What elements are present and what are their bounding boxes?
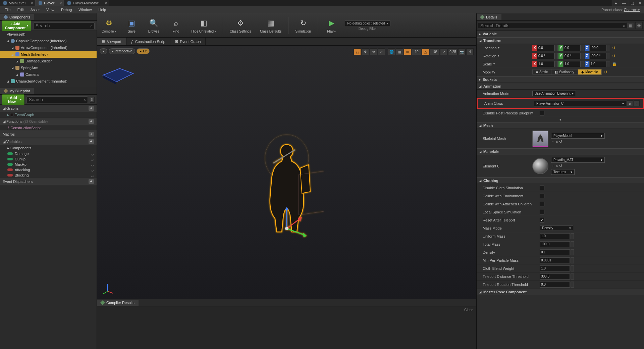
simulation-button[interactable]: ↻Simulation [293,17,313,34]
translate-tool[interactable]: ✥ [362,48,369,55]
minimize-button[interactable]: — [620,0,628,6]
number-input[interactable] [540,282,570,288]
functions-header[interactable]: ◢ Functions (32 Overridable)+ [0,118,97,125]
blueprint-search-input[interactable] [26,96,88,103]
reset-icon[interactable]: ↺ [612,54,615,58]
editor-tab-viewport[interactable]: ▦Viewport [97,38,126,45]
menu-asset[interactable]: Asset [27,7,43,13]
menu-window[interactable]: Window [75,7,95,13]
visibility-icon[interactable]: ◡ [91,152,94,156]
menu-file[interactable]: File [1,7,14,13]
reset-icon[interactable]: ↺ [559,140,562,144]
find-button[interactable]: ⌕Find [167,17,184,34]
visibility-icon[interactable]: ◡ [91,157,94,161]
visibility-icon[interactable]: ◡ [91,168,94,172]
components-search-input[interactable] [33,22,95,29]
dispatchers-header[interactable]: Event Dispatchers+ [0,178,97,185]
add-graph-button[interactable]: + [89,106,94,111]
angle-snap-value[interactable]: 10° [430,48,439,55]
location-x-input[interactable] [537,45,554,51]
add-macro-button[interactable]: + [89,132,94,137]
animation-category[interactable]: ◢Animation [477,83,644,90]
number-input[interactable] [540,241,570,247]
maximize-button[interactable]: ▢ [628,0,636,6]
component-item[interactable]: ◢Camera [0,71,97,78]
skeletal-mesh-dropdown[interactable]: PlayerModel▾ [551,133,605,139]
checkbox[interactable] [540,194,544,198]
lock-icon[interactable]: 🔒 [612,62,617,66]
component-root[interactable]: Player(self) [0,31,97,38]
visibility-icon[interactable]: ◡ [91,173,94,177]
reset-icon[interactable]: ↺ [559,164,562,168]
surface-snap-toggle[interactable]: ▦ [396,48,403,55]
rotate-tool[interactable]: ⟲ [370,48,377,55]
number-input[interactable] [540,265,570,271]
browse-button[interactable]: 🔍Browse [145,17,162,34]
viewport[interactable]: ▾ ▸ Perspective ● Lit ⬚ ✥ ⟲ ⤢ 🌐 ▦ ⊞ 10 △… [97,46,476,299]
location-z-input[interactable] [589,45,607,51]
console-icon[interactable]: ▸ [612,0,620,6]
component-item[interactable]: ◢SpringArm [0,64,97,71]
class-defaults-button[interactable]: ▦Class Defaults [258,17,283,34]
editor-tab-construction-scrip[interactable]: ƒConstruction Scrip [126,38,170,45]
close-button[interactable]: ✕ [636,0,644,6]
sockets-category[interactable]: ▸Sockets [477,76,644,83]
use-selected-icon[interactable]: ← [634,100,640,106]
scale-tool[interactable]: ⤢ [378,48,385,55]
lit-mode-dropdown[interactable]: ● Lit [137,48,150,54]
variable-item[interactable]: CurHp◡ [0,156,97,162]
angle-snap-toggle[interactable]: △ [422,48,429,55]
menu-view[interactable]: View [43,7,58,13]
rotation-x-input[interactable] [537,53,554,59]
master-pose-category[interactable]: ◢Master Pose Component [477,289,644,295]
checkbox[interactable]: ✓ [540,218,544,222]
location-y-input[interactable] [563,45,581,51]
perspective-mode-dropdown[interactable]: ▸ Perspective [109,48,135,54]
close-icon[interactable]: × [105,1,107,5]
visibility-icon[interactable]: ◡ [91,163,94,166]
dropdown[interactable]: Density▾ [540,225,573,231]
add-function-button[interactable]: + [89,119,94,124]
material-thumbnail[interactable] [532,158,548,174]
variable-item[interactable]: Damage◡ [0,151,97,156]
details-tab[interactable]: Details [477,14,501,20]
variable-category[interactable]: ▸Variable [477,31,644,37]
settings-icon[interactable]: ⚙ [90,97,95,103]
viewport-options-dropdown[interactable]: ▾ [100,48,107,54]
browse-icon[interactable]: ⌕ [556,140,558,144]
construction-script-item[interactable]: ƒ ConstructionScript [0,125,97,131]
my-blueprint-tab[interactable]: My Blueprint [0,88,34,94]
scale-snap-value[interactable]: 0.25 [448,48,458,55]
components-var-group[interactable]: ▸ Components [0,145,97,151]
menu-debug[interactable]: Debug [58,7,75,13]
scale-snap-toggle[interactable]: ⤢ [440,48,447,55]
document-tab[interactable]: Player× [35,0,64,6]
event-graph-item[interactable]: ▸ ⊞ EventGraph [0,112,97,118]
class-settings-button[interactable]: ⚙Class Settings [228,17,253,34]
document-tab[interactable]: PlayerAnimator*× [64,0,109,6]
expand-icon[interactable]: ▾ [477,117,644,122]
anim-class-dropdown[interactable]: PlayerAnimator_C▾ [534,101,626,106]
skeletal-mesh-thumbnail[interactable] [532,131,548,147]
reset-icon[interactable]: ↺ [604,70,607,74]
compile-button[interactable]: ⚙Compile ▾ [100,17,118,34]
save-button[interactable]: ▣Save [123,17,140,34]
reset-icon[interactable]: ↺ [612,46,615,50]
add-component-button[interactable]: + Add Component▾ [2,20,31,31]
variable-item[interactable]: MaxHp◡ [0,162,97,167]
checkbox[interactable] [540,186,544,190]
clear-button[interactable]: Clear [464,308,473,312]
grid-snap-toggle[interactable]: ⊞ [404,48,411,55]
hide-unrelated-button[interactable]: ◧Hide Unrelated ▾ [189,17,218,34]
menu-help[interactable]: Help [95,7,109,13]
checkbox[interactable] [540,210,544,214]
camera-speed-value[interactable]: 4 [466,48,474,55]
animation-mode-dropdown[interactable]: Use Animation Blueprint▾ [532,91,576,96]
checkbox[interactable] [540,202,544,206]
number-input[interactable] [540,233,570,239]
use-selected-icon[interactable]: ← [551,164,555,168]
components-tab[interactable]: Components [0,14,34,20]
graphs-header[interactable]: ◢ Graphs+ [0,105,97,112]
grid-snap-value[interactable]: 10 [412,48,421,55]
number-input[interactable] [540,273,570,280]
